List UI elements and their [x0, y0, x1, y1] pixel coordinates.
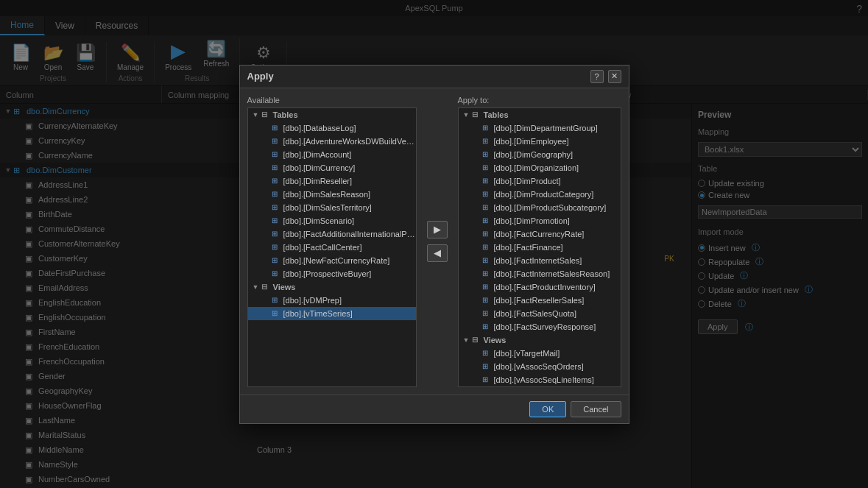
move-left-button[interactable]: ◀	[427, 244, 448, 262]
tree-item[interactable]: ⊞ [dbo].[FactCurrencyRate]	[459, 227, 621, 241]
tree-item[interactable]: ⊞ [dbo].[vTargetMail]	[459, 347, 621, 360]
tree-item[interactable]: ⊞ [dbo].[DimReseller]	[248, 174, 416, 188]
tree-item[interactable]: ⊞ [dbo].[DimEmployee]	[459, 135, 621, 148]
tree-item[interactable]: ⊞ [dbo].[vAssocSeqOrders]	[459, 360, 621, 373]
tree-item[interactable]: ⊞ [dbo].[DimGeography]	[459, 148, 621, 161]
tree-item[interactable]: ⊞ [dbo].[AdventureWorksDWBuildVersion]	[248, 135, 416, 148]
tree-group[interactable]: ▼ ⊟ Views	[459, 333, 621, 347]
tree-item[interactable]: ⊞ [dbo].[DimProduct]	[459, 174, 621, 188]
arrow-panel: ▶ ◀	[424, 96, 451, 387]
tree-item[interactable]: ⊞ [dbo].[ProspectiveBuyer]	[248, 267, 416, 280]
tree-item[interactable]: ⊞ [dbo].[FactCallCenter]	[248, 241, 416, 254]
apply-to-panel: Apply to: ▼ ⊟ Tables ⊞ [dbo].[DimDepartm…	[458, 96, 621, 387]
available-tree[interactable]: ▼ ⊟ Tables ⊞ [dbo].[DatabaseLog] ⊞ [dbo]…	[247, 107, 417, 387]
tree-group[interactable]: ▼ ⊟ Views	[248, 280, 416, 294]
tree-item[interactable]: ⊞ [dbo].[DimScenario]	[248, 214, 416, 227]
dialog-controls: ? ✕	[590, 70, 621, 83]
tree-item[interactable]: ⊞ [dbo].[DimProductCategory]	[459, 188, 621, 201]
dialog-body: Available ▼ ⊟ Tables ⊞ [dbo].[DatabaseLo…	[240, 88, 629, 395]
available-label: Available	[247, 96, 417, 105]
tree-item[interactable]: ⊞ [dbo].[FactFinance]	[459, 241, 621, 254]
tree-item[interactable]: ⊞ [dbo].[FactInternetSalesReason]	[459, 267, 621, 280]
apply-to-tree[interactable]: ▼ ⊟ Tables ⊞ [dbo].[DimDepartmentGroup] …	[458, 107, 621, 387]
apply-dialog: Apply ? ✕ Available ▼ ⊟ Tables ⊞ [dbo].[…	[239, 65, 629, 424]
move-right-button[interactable]: ▶	[427, 221, 448, 238]
tree-item[interactable]: ⊞ [dbo].[DimSalesReason]	[248, 188, 416, 201]
tree-item[interactable]: ⊞ [dbo].[FactInternetSales]	[459, 254, 621, 267]
available-panel: Available ▼ ⊟ Tables ⊞ [dbo].[DatabaseLo…	[247, 96, 417, 387]
cancel-button[interactable]: Cancel	[571, 401, 621, 417]
dialog-title-bar: Apply ? ✕	[240, 66, 629, 88]
tree-item[interactable]: ⊞ [dbo].[FactSalesQuota]	[459, 307, 621, 320]
tree-item[interactable]: ⊞ [dbo].[FactAdditionalInternationalProd…	[248, 227, 416, 241]
tree-item[interactable]: ⊞ [dbo].[vTimeSeries]	[248, 307, 416, 320]
dialog-help-button[interactable]: ?	[590, 70, 604, 83]
tree-group[interactable]: ▼ ⊟ Tables	[248, 108, 416, 121]
modal-overlay: Apply ? ✕ Available ▼ ⊟ Tables ⊞ [dbo].[…	[0, 0, 868, 488]
ok-button[interactable]: OK	[529, 401, 566, 417]
tree-item[interactable]: ⊞ [dbo].[DimCurrency]	[248, 161, 416, 174]
tree-item[interactable]: ⊞ [dbo].[DimProductSubcategory]	[459, 201, 621, 214]
tree-item[interactable]: ⊞ [dbo].[DimAccount]	[248, 148, 416, 161]
tree-item[interactable]: ⊞ [dbo].[DimSalesTerritory]	[248, 201, 416, 214]
tree-item[interactable]: ⊞ [dbo].[DimOrganization]	[459, 161, 621, 174]
dialog-title: Apply	[247, 71, 274, 82]
tree-item[interactable]: ⊞ [dbo].[DimDepartmentGroup]	[459, 121, 621, 135]
tree-item[interactable]: ⊞ [dbo].[NewFactCurrencyRate]	[248, 254, 416, 267]
tree-item[interactable]: ⊞ [dbo].[FactResellerSales]	[459, 294, 621, 307]
tree-item[interactable]: ⊞ [dbo].[FactProductInventory]	[459, 280, 621, 294]
dialog-footer: OK Cancel	[240, 395, 629, 423]
apply-to-label: Apply to:	[458, 96, 621, 105]
dialog-close-button[interactable]: ✕	[608, 70, 621, 83]
tree-group[interactable]: ▼ ⊟ Tables	[459, 108, 621, 121]
tree-item[interactable]: ⊞ [dbo].[DimPromotion]	[459, 214, 621, 227]
tree-item[interactable]: ⊞ [dbo].[DatabaseLog]	[248, 121, 416, 135]
tree-item[interactable]: ⊞ [dbo].[FactSurveyResponse]	[459, 320, 621, 333]
tree-item[interactable]: ⊞ [dbo].[vAssocSeqLineItems]	[459, 373, 621, 386]
tree-item[interactable]: ⊞ [dbo].[vDMPrep]	[248, 294, 416, 307]
